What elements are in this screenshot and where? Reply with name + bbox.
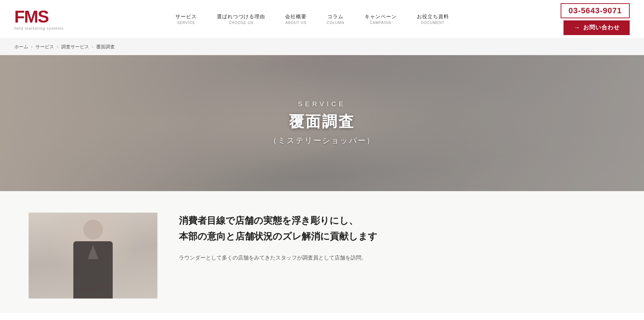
arrow-icon: → [574,24,580,31]
content-headline: 消費者目線で店舗の実態を浮き彫りにし、 本部の意向と店舗状況のズレ解消に貢献しま… [179,213,615,244]
person-collar [88,245,98,259]
breadcrumb-current: 覆面調査 [96,44,115,50]
nav-service-jp: サービス [175,14,197,20]
person-silhouette [68,220,118,299]
contact-label: お問い合わせ [583,24,620,31]
breadcrumb: ホーム › サービス › 調査サービス › 覆面調査 [0,39,644,55]
nav-about-us-jp: 会社概要 [285,14,307,20]
nav-service[interactable]: サービス SERVICE [165,14,207,25]
breadcrumb-survey-service[interactable]: 調査サービス [61,44,89,50]
header-cta: 03-5643-9071 → お問い合わせ [561,3,630,35]
headline-line1: 消費者目線で店舗の実態を浮き彫りにし、 [179,215,358,226]
nav-column[interactable]: コラム COLUMN [317,14,354,25]
nav-document-en: DOCUMENT [421,21,445,25]
nav-service-en: SERVICE [177,21,195,25]
content-text: 消費者目線で店舗の実態を浮き彫りにし、 本部の意向と店舗状況のズレ解消に貢献しま… [179,213,615,263]
breadcrumb-home[interactable]: ホーム [14,44,28,50]
nav-document-jp: お役立ち資料 [417,14,449,20]
person-head [83,220,103,239]
hero-banner: SERVICE 覆面調査 （ミステリーショッパー） [0,55,644,191]
breadcrumb-service[interactable]: サービス [35,44,54,50]
nav-campaign-en: CAMPAIGN [370,21,391,25]
content-image [29,213,157,299]
content-image-inner [29,213,157,299]
contact-button[interactable]: → お問い合わせ [564,20,630,35]
nav-column-jp: コラム [327,14,343,20]
nav-campaign-jp: キャンペーン [365,14,397,20]
nav-about-us[interactable]: 会社概要 ABOUT US [275,14,317,25]
phone-number[interactable]: 03-5643-9071 [561,3,630,18]
hero-subtitle: （ミステリーショッパー） [269,135,375,146]
logo-sub-text: field marketing systems [14,26,64,30]
logo-fms-text: FMS [14,8,64,25]
nav-choose-us[interactable]: 選ばれつづける理由 CHOOSE US [207,14,275,25]
nav-column-en: COLUMN [327,21,344,25]
logo[interactable]: FMS field marketing systems [14,8,64,30]
site-header: FMS field marketing systems サービス SERVICE… [0,0,644,39]
breadcrumb-sep-2: › [57,44,58,49]
breadcrumb-sep-3: › [92,44,93,49]
headline-line2: 本部の意向と店舗状況のズレ解消に貢献します [179,231,377,242]
hero-content: SERVICE 覆面調査 （ミステリーショッパー） [269,101,375,146]
nav-campaign[interactable]: キャンペーン CAMPAIGN [355,14,407,25]
nav-choose-us-jp: 選ばれつづける理由 [217,14,265,20]
content-body: ラウンダーとして多くの店舗をみてきたスタッフが調査員として店舗を訪問。 [179,253,615,263]
nav-document[interactable]: お役立ち資料 DOCUMENT [407,14,459,25]
hero-en-title: SERVICE [269,101,375,108]
content-section: 消費者目線で店舗の実態を浮き彫りにし、 本部の意向と店舗状況のズレ解消に貢献しま… [0,191,644,313]
nav-about-us-en: ABOUT US [286,21,307,25]
main-nav: サービス SERVICE 選ばれつづける理由 CHOOSE US 会社概要 AB… [165,14,459,25]
hero-jp-title: 覆面調査 [269,112,375,132]
breadcrumb-sep-1: › [31,44,33,49]
person-body [73,241,113,299]
nav-choose-us-en: CHOOSE US [229,21,253,25]
